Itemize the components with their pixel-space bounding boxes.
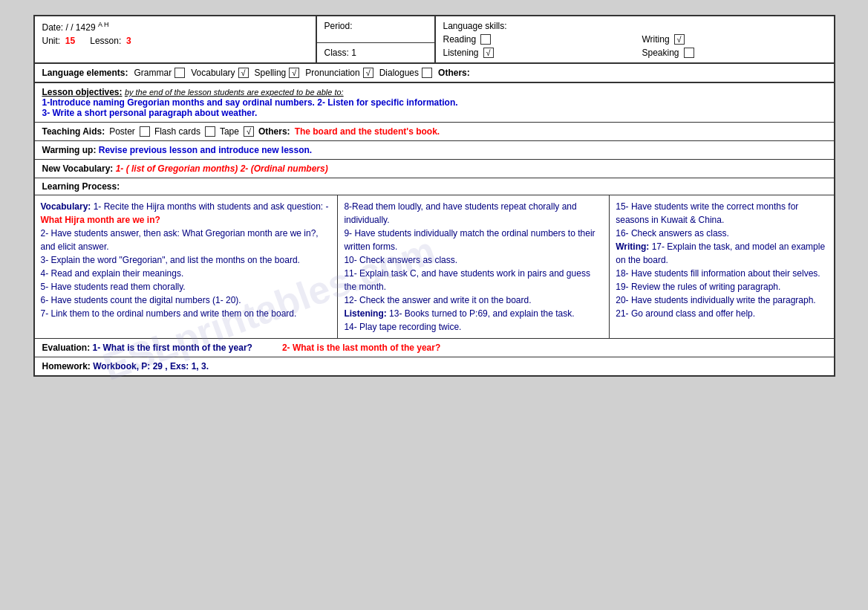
objectives-header: Lesson objectives: by the end of the les… (42, 87, 826, 97)
dialogues-checkbox (422, 68, 432, 78)
unit-label: Unit: (42, 36, 61, 46)
pronunciation-item: Pronunciation √ (305, 68, 373, 78)
new-vocab: New Vocabulary: 1- ( list of Gregorian m… (35, 160, 834, 178)
spelling-label: Spelling (255, 68, 287, 78)
grammar-label: Grammar (134, 68, 172, 78)
ta-others-label: Others: (258, 126, 290, 137)
class-label: Class: 1 (324, 48, 356, 58)
lesson-label: Lesson: (90, 36, 121, 46)
learning-header: Learning Process: (35, 178, 834, 195)
speaking-skill: Speaking (642, 48, 826, 58)
col3-text: 15- Have students write the correct mont… (616, 200, 827, 320)
listening-label: Listening (443, 48, 479, 58)
homework-label: Homework: (42, 361, 91, 371)
homework-text: Workbook, P: 29 , Exs: 1, 3. (93, 361, 209, 371)
period-label: Period: (324, 21, 353, 31)
poster-label: Poster (109, 126, 135, 137)
homework: Homework: Workbook, P: 29 , Exs: 1, 3. (35, 357, 834, 375)
skills-label: Language skills: (443, 21, 507, 31)
learning-col1: Vocabulary: 1- Recite the Hijra months w… (35, 195, 339, 338)
date-value: / / 1429 (66, 22, 96, 33)
evaluation-label: Evaluation: (42, 343, 91, 353)
header-section: Date: / / 1429 A H Unit: 15 Lesson: 3 Pe… (35, 16, 834, 64)
header-middle: Period: Class: 1 (317, 16, 436, 62)
col2-text: 8-Read them loudly, and have students re… (344, 200, 603, 334)
unit-line: Unit: 15 Lesson: 3 (42, 36, 308, 46)
vocabulary-label: Vocabulary (191, 68, 235, 78)
eval-q1: 1- What is the first month of the year? (93, 343, 252, 353)
grammar-item: Grammar (134, 68, 186, 78)
lesson-objectives: Lesson objectives: by the end of the les… (35, 83, 834, 123)
date-label: Date: (42, 22, 64, 33)
flashcards-label: Flash cards (154, 126, 200, 137)
language-elements-row: Language elements: Grammar Vocabulary √ … (35, 64, 834, 83)
flashcards-checkbox (205, 126, 215, 137)
speaking-label: Speaking (642, 48, 679, 58)
objectives-sub: by the end of the lesson students are ex… (125, 88, 344, 97)
teaching-aids-label: Teaching Aids: (42, 126, 105, 137)
reading-skill: Reading (443, 34, 627, 45)
class-row: Class: 1 (317, 43, 434, 62)
ta-others-value: The board and the student's book. (295, 126, 440, 137)
listening-checkbox: √ (483, 48, 494, 58)
speaking-checkbox (684, 48, 694, 58)
date-suffix: A H (98, 21, 109, 28)
poster-checkbox (140, 126, 150, 137)
teaching-aids: Teaching Aids: Poster Flash cards Tape √… (35, 123, 834, 141)
writing-skill: Writing √ (642, 34, 826, 45)
reading-checkbox (480, 34, 491, 45)
learning-section: Learning Process: Vocabulary: 1- Recite … (35, 178, 834, 339)
new-vocab-text: 1- ( list of Gregorian months) 2- (Ordin… (116, 163, 328, 174)
pronunciation-label: Pronunciation (305, 68, 359, 78)
vocabulary-item: Vocabulary √ (191, 68, 248, 78)
spelling-item: Spelling √ (255, 68, 300, 78)
learning-cols: Vocabulary: 1- Recite the Hijra months w… (35, 195, 834, 338)
learning-col3: 15- Have students write the correct mont… (610, 195, 833, 338)
header-left: Date: / / 1429 A H Unit: 15 Lesson: 3 (35, 16, 317, 62)
objectives-line2: 3- Write a short personal paragraph abou… (42, 108, 826, 118)
tape-checkbox: √ (244, 126, 254, 137)
others-label: Others: (438, 68, 470, 78)
header-right: Language skills: Reading Writing √ Liste… (436, 16, 834, 62)
spelling-checkbox: √ (289, 68, 299, 78)
reading-label: Reading (443, 34, 477, 45)
lesson-value: 3 (126, 36, 131, 46)
vocabulary-checkbox: √ (238, 68, 249, 78)
others-item: Others: (438, 68, 470, 78)
writing-label: Writing (642, 34, 670, 45)
lang-elements-label: Language elements: (42, 68, 128, 78)
eval-q2: 2- What is the last month of the year? (282, 343, 440, 353)
dialogues-label: Dialogues (379, 68, 419, 78)
unit-value: 15 (65, 36, 75, 46)
objectives-title: Lesson objectives: (42, 87, 123, 97)
lesson-plan-page: ESLprintables.com Date: / / 1429 A H Uni… (33, 15, 835, 377)
warming-up-label: Warming up: (42, 145, 97, 155)
skills-grid: Reading Writing √ Listening √ Speaking (443, 34, 826, 58)
grammar-checkbox (174, 68, 185, 78)
learning-col2: 8-Read them loudly, and have students re… (338, 195, 610, 338)
tape-label: Tape (220, 126, 239, 137)
writing-checkbox: √ (674, 34, 685, 45)
pronunciation-checkbox: √ (363, 68, 373, 78)
warming-up: Warming up: Revise previous lesson and i… (35, 141, 834, 160)
objectives-line1: 1-Introduce naming Gregorian months and … (42, 97, 826, 108)
col1-text: Vocabulary: 1- Recite the Hijra months w… (41, 200, 332, 320)
period-row: Period: (317, 16, 434, 43)
dialogues-item: Dialogues (379, 68, 432, 78)
date-line: Date: / / 1429 A H (42, 21, 308, 33)
warming-up-text: Revise previous lesson and introduce new… (99, 145, 312, 155)
new-vocab-label: New Vocabulary: (42, 163, 114, 174)
evaluation: Evaluation: 1- What is the first month o… (35, 339, 834, 357)
listening-skill: Listening √ (443, 48, 627, 58)
